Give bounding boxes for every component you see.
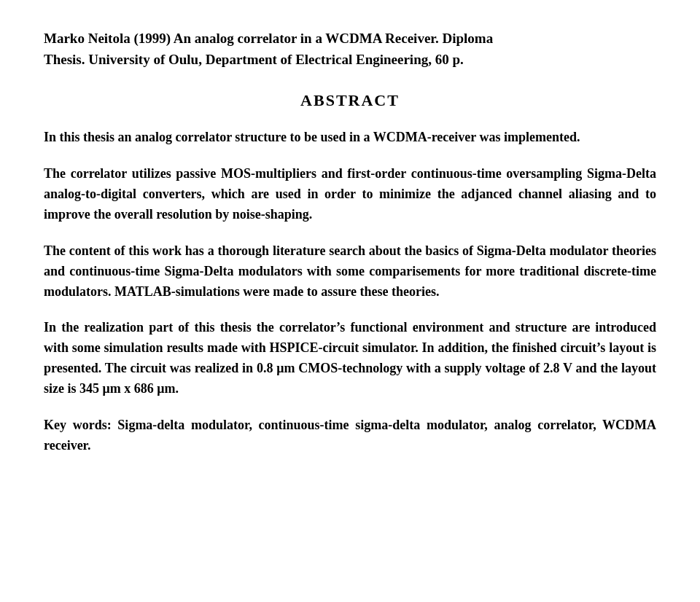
abstract-paragraph3: The content of this work has a thorough … xyxy=(44,241,656,302)
abstract-paragraph1: In this thesis an analog correlator stru… xyxy=(44,128,656,148)
title-line2: Thesis. University of Oulu, Department o… xyxy=(44,50,656,70)
title-line1: Marko Neitola (1999) An analog correlato… xyxy=(44,29,656,49)
abstract-paragraph2: The correlator utilizes passive MOS-mult… xyxy=(44,164,656,225)
abstract-paragraph4: In the realization part of this thesis t… xyxy=(44,318,656,399)
keywords-paragraph: Key words: Sigma-delta modulator, contin… xyxy=(44,415,656,456)
abstract-heading: ABSTRACT xyxy=(44,91,656,110)
title-block: Marko Neitola (1999) An analog correlato… xyxy=(44,29,656,69)
document-container: Marko Neitola (1999) An analog correlato… xyxy=(44,29,656,456)
